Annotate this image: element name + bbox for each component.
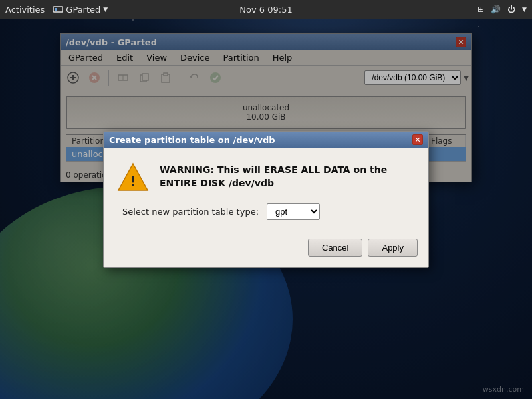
app-indicator[interactable]: GParted ▼ — [53, 4, 108, 15]
app-icon — [53, 4, 63, 15]
dialog-body: ! WARNING: This will ERASE ALL DATA on t… — [104, 148, 428, 233]
apply-button[interactable]: Apply — [368, 239, 418, 257]
power-icon[interactable]: ⏻ — [507, 5, 515, 14]
top-panel: Activities GParted ▼ Nov 6 09:51 ⊞ 🔊 ⏻ ▼ — [0, 0, 532, 19]
partition-type-select[interactable]: gpt msdos aix amiga bsd dvh mac pc98 sun… — [267, 203, 320, 220]
network-icon: ⊞ — [477, 5, 484, 14]
warning-text: WARNING: This will ERASE ALL DATA on the… — [160, 164, 415, 190]
cancel-button[interactable]: Cancel — [308, 239, 362, 257]
create-partition-dialog: Create partition table on /dev/vdb ✕ ! W… — [103, 131, 429, 268]
partition-type-label: Select new partition table type: — [122, 207, 259, 217]
activities-button[interactable]: Activities — [5, 5, 45, 15]
dialog-overlay: Create partition table on /dev/vdb ✕ ! W… — [0, 0, 532, 399]
volume-icon: 🔊 — [491, 5, 501, 14]
warning-icon: ! — [117, 161, 149, 193]
dialog-close-button[interactable]: ✕ — [412, 134, 423, 145]
dialog-footer: Cancel Apply — [104, 233, 428, 267]
app-dropdown-icon[interactable]: ▼ — [103, 6, 108, 13]
svg-rect-1 — [55, 8, 57, 11]
warning-row: ! WARNING: This will ERASE ALL DATA on t… — [117, 161, 415, 193]
partition-type-row: Select new partition table type: gpt msd… — [117, 203, 415, 220]
svg-text:!: ! — [130, 173, 136, 190]
dropdown-arrow-icon[interactable]: ▼ — [522, 6, 527, 13]
app-name-label: GParted — [66, 5, 100, 15]
dialog-titlebar: Create partition table on /dev/vdb ✕ — [104, 132, 428, 148]
datetime-label: Nov 6 09:51 — [239, 5, 292, 15]
dialog-title: Create partition table on /dev/vdb — [109, 135, 275, 145]
